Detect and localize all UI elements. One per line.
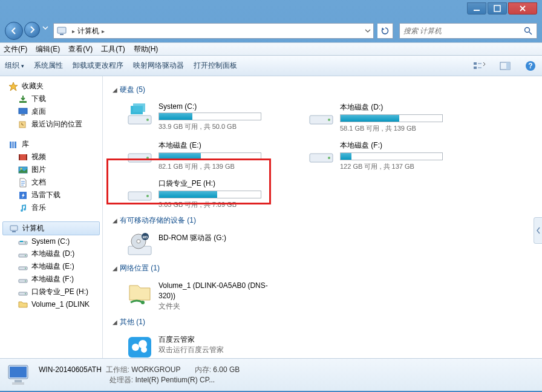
preview-pane-button[interactable] (498, 59, 512, 73)
section-other[interactable]: ◢其他 (1) (113, 317, 532, 327)
svg-rect-0 (474, 10, 480, 11)
svg-rect-12 (19, 108, 27, 114)
svg-rect-8 (506, 62, 510, 70)
drive-icon (127, 102, 152, 126)
drive-icon (127, 178, 152, 203)
close-button[interactable] (508, 2, 537, 15)
svg-rect-55 (128, 337, 151, 358)
search-box[interactable] (399, 23, 537, 39)
help-button[interactable]: ? (524, 59, 537, 73)
toolbar-mapnet[interactable]: 映射网络驱动器 (133, 60, 184, 71)
sidebar-item-drive-f[interactable]: 本地磁盘 (F:) (0, 273, 102, 286)
svg-rect-40 (133, 103, 145, 112)
sidebar-item-volume1[interactable]: Volume_1 (DLINK (0, 298, 102, 310)
svg-point-42 (328, 119, 330, 121)
drive-icon (309, 140, 334, 165)
forward-button[interactable] (24, 22, 40, 38)
baidu-cloud-icon (127, 335, 152, 358)
chevron-right-icon: ▸ (102, 28, 105, 34)
drive-f[interactable]: 本地磁盘 (F:)122 GB 可用 , 共 137 GB (306, 138, 463, 174)
menu-file[interactable]: 文件(F) (4, 44, 27, 54)
sidebar-item-video[interactable]: 视频 (0, 151, 102, 163)
section-removable[interactable]: ◢有可移动存储的设备 (1) (113, 215, 532, 226)
sidebar-item-pictures[interactable]: 图片 (0, 163, 102, 176)
chevron-down-icon[interactable] (365, 29, 371, 33)
toolbar-organize[interactable]: 组织 (5, 60, 24, 71)
maximize-button[interactable] (488, 2, 507, 15)
sidebar-item-downloads[interactable]: 下载 (0, 93, 102, 105)
removable-bdrom[interactable]: BD BD-ROM 驱动器 (G:) (125, 230, 282, 260)
sidebar: 收藏夹 下载 桌面 最近访问的位置 库 视频 图片 文档 迅雷下载 音乐 (0, 76, 103, 358)
search-icon[interactable] (523, 26, 533, 36)
drive-e[interactable]: 本地磁盘 (E:)82.1 GB 可用 , 共 139 GB (125, 138, 282, 174)
svg-rect-61 (15, 380, 22, 382)
drive-icon (18, 237, 28, 246)
sidebar-item-thunder[interactable]: 迅雷下载 (0, 189, 102, 201)
back-button[interactable] (5, 22, 23, 40)
section-network[interactable]: ◢网络位置 (1) (113, 263, 532, 273)
collapse-icon: ◢ (113, 265, 117, 272)
drive-icon (18, 275, 28, 284)
other-baidu[interactable]: 百度云管家双击运行百度云管家 (125, 332, 282, 358)
svg-text:BD: BD (143, 235, 148, 239)
svg-rect-60 (10, 367, 27, 377)
svg-rect-17 (15, 142, 16, 148)
menu-edit[interactable]: 编辑(E) (36, 44, 60, 54)
nav-history-dropdown[interactable] (41, 22, 50, 34)
toolbar-ctrlpanel[interactable]: 打开控制面板 (194, 60, 237, 71)
sidebar-favorites[interactable]: 收藏夹 (0, 80, 102, 93)
svg-rect-3 (60, 34, 64, 35)
sidebar-item-music[interactable]: 音乐 (0, 201, 102, 214)
nav-row: ▸ 计算机 ▸ (0, 19, 542, 42)
svg-rect-6 (474, 67, 477, 69)
search-input[interactable] (403, 27, 521, 35)
toolbar-uninstall[interactable]: 卸载或更改程序 (73, 60, 123, 71)
menu-view[interactable]: 查看(V) (68, 44, 93, 54)
svg-point-32 (25, 267, 26, 269)
refresh-button[interactable] (377, 23, 393, 39)
svg-point-56 (132, 344, 139, 351)
minimize-button[interactable] (467, 2, 486, 15)
svg-point-58 (141, 347, 147, 353)
sidebar-libraries[interactable]: 库 (0, 138, 102, 151)
svg-rect-1 (494, 5, 500, 11)
menu-help[interactable]: 帮助(H) (134, 44, 158, 54)
sidebar-item-desktop[interactable]: 桌面 (0, 105, 102, 118)
sidebar-item-documents[interactable]: 文档 (0, 176, 102, 189)
details-text: WIN-20140605ATH 工作组: WORKGROUP 内存: 6.00 … (39, 365, 240, 385)
svg-rect-62 (12, 382, 24, 385)
svg-rect-20 (26, 154, 27, 160)
svg-rect-13 (21, 114, 25, 116)
sidebar-item-drive-e[interactable]: 本地磁盘 (E:) (0, 260, 102, 273)
sidebar-item-drive-h[interactable]: 口袋专业_PE (H:) (0, 286, 102, 298)
sidebar-computer[interactable]: 计算机 (2, 221, 100, 235)
svg-rect-11 (19, 101, 27, 103)
edge-tab[interactable] (534, 217, 542, 244)
network-volume1[interactable]: Volume_1 (DLINK-0A5AB0 (DNS-320))文件夹 (125, 278, 282, 313)
breadcrumb-label[interactable]: 计算机 (77, 26, 99, 36)
drive-icon (309, 102, 334, 126)
drive-icon (18, 249, 28, 259)
details-bar: WIN-20140605ATH 工作组: WORKGROUP 内存: 6.00 … (0, 358, 542, 391)
svg-point-48 (146, 195, 149, 197)
sidebar-item-recent[interactable]: 最近访问的位置 (0, 118, 102, 131)
window: ▸ 计算机 ▸ 文件(F) 编辑(E) 查看(V) 工具(T) 帮助(H) 组织… (0, 0, 542, 392)
drive-c[interactable]: System (C:)33.9 GB 可用 , 共 50.0 GB (125, 100, 282, 136)
toolbar-props[interactable]: 系统属性 (34, 60, 63, 71)
drive-icon (18, 262, 28, 272)
view-mode-button[interactable] (473, 59, 486, 73)
main-panel: ◢硬盘 (5) System (C:)33.9 GB 可用 , 共 50.0 G… (103, 76, 542, 358)
svg-rect-18 (19, 154, 27, 160)
drive-d[interactable]: 本地磁盘 (D:)58.1 GB 可用 , 共 139 GB (306, 100, 463, 136)
section-drives[interactable]: ◢硬盘 (5) (113, 85, 532, 95)
sidebar-item-drive-d[interactable]: 本地磁盘 (D:) (0, 247, 102, 260)
drive-icon (127, 140, 152, 165)
menu-tools[interactable]: 工具(T) (101, 44, 125, 54)
svg-point-36 (25, 293, 26, 294)
sidebar-item-drive-c[interactable]: System (C:) (0, 235, 102, 247)
breadcrumb[interactable]: ▸ 计算机 ▸ (53, 23, 374, 39)
svg-rect-19 (19, 154, 20, 160)
collapse-icon: ◢ (113, 87, 117, 93)
drive-h[interactable]: 口袋专业_PE (H:)3.03 GB 可用 , 共 7.09 GB (125, 176, 282, 212)
titlebar (0, 0, 542, 19)
